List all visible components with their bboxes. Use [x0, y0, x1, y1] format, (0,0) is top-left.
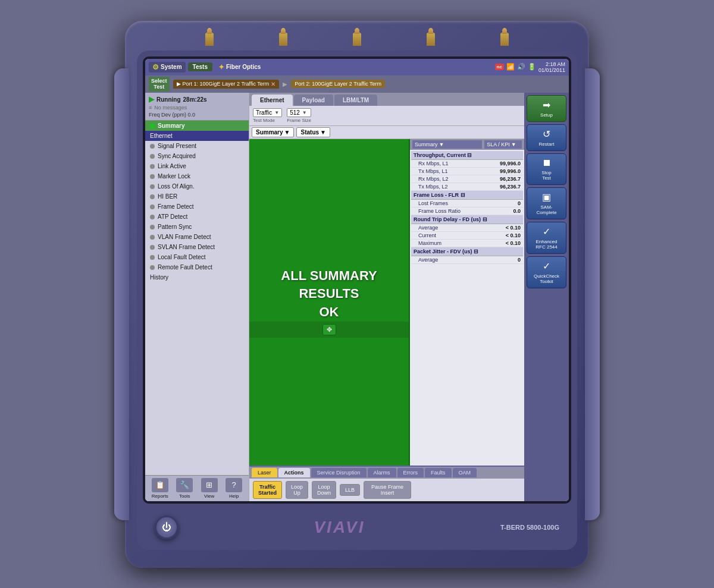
nav-framedetect-label: Frame Detect — [158, 203, 194, 210]
tab-lbm[interactable]: LBM/LTM — [334, 95, 377, 106]
main-content: Ethernet Payload LBM/LTM Traffic ▼ — [249, 93, 524, 501]
btn-setup[interactable]: ➡ Setup — [527, 95, 566, 122]
select-test-label[interactable]: Select Test — [149, 77, 170, 92]
test-mode-dropdown[interactable]: Traffic ▼ — [253, 108, 282, 117]
nav-arrow-btn[interactable]: ✥ — [322, 324, 336, 335]
btn-loop-down[interactable]: LoopDown — [312, 481, 336, 499]
flr-label: Frame Loss Ratio — [414, 208, 487, 214]
port1-close[interactable]: ✕ — [271, 81, 275, 87]
screen-container: ⚙ System Tests ✦ Fiber Optics nc 📶 🔊 — [143, 56, 571, 504]
nav-link-label: Link Active — [158, 163, 186, 169]
device-body-inner: ⚙ System Tests ✦ Fiber Optics nc 📶 🔊 — [137, 51, 577, 550]
screen: ⚙ System Tests ✦ Fiber Optics nc 📶 🔊 — [145, 59, 569, 501]
green-panel: ALL SUMMARY RESULTS OK ✥ — [249, 139, 410, 465]
green-panel-text: ALL SUMMARY RESULTS OK — [281, 267, 377, 322]
jitter-header-text: Packet Jitter - FDV (us) ⊟ — [414, 249, 478, 254]
nav-item-framedetect[interactable]: Frame Detect — [145, 202, 249, 212]
nav-item-pattern[interactable]: Pattern Sync — [145, 222, 249, 232]
view-btn[interactable]: ⊞ View — [201, 478, 218, 499]
row-flr: Frame Loss Ratio 0.0 — [411, 207, 523, 215]
nav-summary-label: Summary — [158, 122, 185, 129]
nav-item-sync[interactable]: Sync Acquired — [145, 151, 249, 161]
tools-btn[interactable]: 🔧 Tools — [176, 478, 193, 499]
row-lost-frames: Lost Frames 0 — [411, 200, 523, 207]
tab-actions[interactable]: Actions — [278, 468, 310, 477]
bottom-nav: 📋 Reports 🔧 Tools ⊞ View — [145, 475, 249, 501]
tab-service-disruption[interactable]: Service Disruption — [311, 468, 367, 477]
frame-size-dropdown[interactable]: 512 ▼ — [287, 108, 311, 117]
section-throughput: Throughput, Current ⊟ — [411, 151, 523, 160]
reports-btn[interactable]: 📋 Reports — [152, 478, 168, 499]
fiber-menu[interactable]: ✦ Fiber Optics — [215, 62, 264, 73]
btn-traffic-started[interactable]: TrafficStarted — [253, 481, 282, 499]
tab-errors[interactable]: Errors — [397, 468, 424, 477]
nav-item-local[interactable]: Local Fault Detect — [145, 252, 249, 262]
max-value: < 0.10 — [487, 240, 521, 246]
btn-enhanced-rfc[interactable]: ✓ EnhancedRFC 2544 — [527, 222, 566, 254]
tab-oam[interactable]: OAM — [453, 468, 477, 477]
local-dot — [150, 255, 155, 260]
avg-value: < 0.10 — [487, 225, 521, 231]
power-button[interactable]: ⏻ — [155, 515, 178, 539]
nav-item-signal[interactable]: Signal Present — [145, 141, 249, 151]
row-tx-l1: Tx Mbps, L1 99,996.0 — [411, 168, 523, 175]
port2-tab[interactable]: Port 2: 100GigE Layer 2 Traffic Term — [291, 80, 385, 88]
tx-l2-value: 96,236.7 — [487, 184, 521, 190]
left-grip — [114, 68, 129, 520]
system-label: System — [161, 64, 182, 70]
split-content: ALL SUMMARY RESULTS OK ✥ — [249, 139, 524, 465]
system-menu[interactable]: ⚙ System — [149, 62, 186, 73]
nav-item-link[interactable]: Link Active — [145, 161, 249, 171]
clock: 2:18 AM — [538, 61, 565, 67]
btn-restart[interactable]: ↺ Restart — [527, 124, 566, 151]
nav-item-hiber[interactable]: HI BER — [145, 191, 249, 202]
left-panel: ▶ Running 28m:22s ≡ No messages Freq Dev… — [145, 93, 249, 501]
signal-dot — [150, 144, 155, 149]
nav-item-atp[interactable]: ATP Detect — [145, 212, 249, 222]
nav-hiber-label: HI BER — [158, 193, 177, 200]
tab-faults[interactable]: Faults — [425, 468, 452, 477]
port2-label: Port 2: 100GigE Layer 2 Traffic Term — [295, 81, 381, 87]
green-line3: OK — [281, 303, 377, 322]
nav-item-vlan[interactable]: VLAN Frame Detect — [145, 232, 249, 242]
rx-l2-label: Rx Mbps, L2 — [414, 176, 487, 182]
btn-sam-complete[interactable]: ▣ SAM-Complete — [527, 187, 566, 219]
tools-label: Tools — [179, 493, 190, 499]
tab-laser[interactable]: Laser — [252, 468, 277, 477]
menu-bar: ⚙ System Tests ✦ Fiber Optics nc 📶 🔊 — [145, 59, 569, 76]
summary-dropdown-right[interactable]: Status ▼ — [296, 127, 330, 137]
help-btn[interactable]: ? Help — [226, 478, 242, 499]
btn-stop-test[interactable]: ⏹ StopTest — [527, 153, 566, 185]
btn-llb[interactable]: LLB — [340, 484, 360, 496]
nav-item-remote[interactable]: Remote Fault Detect — [145, 262, 249, 272]
section-frameloss: Frame Loss - FLR ⊟ — [411, 191, 523, 200]
nav-list: Summary Ethernet Signal Present — [145, 121, 249, 474]
btn-pause-frame[interactable]: Pause FrameInsert — [364, 481, 411, 499]
btn-loop-up[interactable]: LoopUp — [286, 481, 308, 499]
tab-payload[interactable]: Payload — [294, 95, 333, 106]
btn-quickcheck[interactable]: ✓ QuickCheckToolkit — [527, 256, 566, 288]
nav-item-svlan[interactable]: SVLAN Frame Detect — [145, 242, 249, 252]
nav-item-lossalign[interactable]: Loss Of Align. — [145, 181, 249, 191]
svlan-dot — [150, 245, 155, 250]
summary-dropdown-left[interactable]: Summary ▼ — [252, 127, 294, 137]
right-grip — [585, 68, 600, 520]
nav-item-history[interactable]: History — [145, 272, 249, 282]
antenna-4 — [427, 33, 435, 46]
nav-item-marker[interactable]: Marker Lock — [145, 171, 249, 181]
section-jitter: Packet Jitter - FDV (us) ⊟ — [411, 247, 523, 256]
action-bar: Laser Actions Service Disruption Alarms … — [249, 466, 524, 501]
model-text: T-BERD 5800-100G — [500, 524, 559, 531]
tab-alarms[interactable]: Alarms — [368, 468, 396, 477]
green-line2: RESULTS — [281, 285, 377, 303]
summary-right-value: Status — [300, 129, 319, 136]
nav-item-ethernet[interactable]: Ethernet — [145, 131, 249, 141]
tab-bar: Ethernet Payload LBM/LTM — [249, 93, 524, 106]
port1-label: Port 1: 100GigE Layer 2 Traffic Term — [183, 81, 270, 87]
tab-ethernet[interactable]: Ethernet — [252, 95, 293, 106]
port-separator: ▶ — [283, 81, 287, 87]
tests-menu[interactable]: Tests — [188, 62, 212, 71]
nav-item-summary[interactable]: Summary — [145, 121, 249, 131]
device-body: ⚙ System Tests ✦ Fiber Optics nc 📶 🔊 — [125, 21, 589, 568]
port1-tab[interactable]: ▶ Port 1: 100GigE Layer 2 Traffic Term ✕ — [173, 80, 280, 89]
